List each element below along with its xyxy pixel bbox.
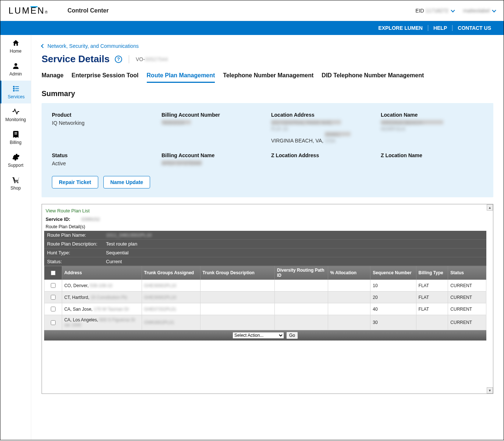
route-plan-meta-panel: Route Plan Name: 1011_04813002PL10 Route… bbox=[44, 231, 486, 266]
activity-icon bbox=[12, 107, 20, 116]
sidebar-item-shop[interactable]: Shop bbox=[0, 172, 31, 195]
nav-contact-us[interactable]: CONTACT US bbox=[452, 25, 496, 31]
page-title: Service Details bbox=[42, 53, 110, 65]
vo-prefix: VO- bbox=[136, 56, 145, 62]
summary-z-location-name: Z Location Name bbox=[381, 152, 483, 167]
cell-sequence: 10 bbox=[370, 280, 416, 292]
scroll-up-button[interactable]: ▲ bbox=[487, 204, 493, 211]
logo-text-2: E bbox=[31, 6, 38, 15]
row-checkbox[interactable] bbox=[51, 295, 56, 300]
route-plan-frame: ▲ ▼ View Route Plan List Service ID: 039… bbox=[42, 204, 493, 394]
sidebar-item-home[interactable]: Home bbox=[0, 35, 31, 58]
eid-label: EID bbox=[415, 8, 424, 14]
cell-trunk: GHE07332PL01 bbox=[142, 303, 200, 315]
nav-help[interactable]: HELP bbox=[428, 25, 452, 31]
cell-trunk: GHE30002PL10 bbox=[142, 280, 200, 292]
sidebar-item-services[interactable]: Services bbox=[0, 81, 31, 103]
col-billing-type[interactable]: Billing Type bbox=[416, 266, 448, 280]
cell-status: CURRENT bbox=[448, 292, 486, 303]
tab-manage[interactable]: Manage bbox=[42, 72, 64, 83]
summary-location-address: Location Address 222 CENTRAL PARK AVE, F… bbox=[271, 112, 373, 144]
cell-trunk-desc bbox=[200, 315, 274, 330]
cell-address: CA, Los Angeles, 600 S Figueroa St ste 1… bbox=[62, 315, 142, 330]
summary-label: Location Name bbox=[381, 112, 483, 118]
col-trunk-groups[interactable]: Trunk Groups Assigned bbox=[142, 266, 200, 280]
eid-value: 11718272 bbox=[426, 8, 448, 14]
action-select[interactable]: Select Action... bbox=[233, 332, 284, 339]
cell-allocation bbox=[328, 292, 370, 303]
col-status[interactable]: Status bbox=[448, 266, 486, 280]
cell-address: CA, San Jose, 170 W Tasman Dr bbox=[62, 303, 142, 315]
cell-diversity bbox=[275, 292, 328, 303]
cell-diversity bbox=[275, 303, 328, 315]
summary-label: Z Location Name bbox=[381, 152, 483, 158]
svg-point-5 bbox=[13, 90, 14, 91]
nav-explore-lumen[interactable]: EXPLORE LUMEN bbox=[373, 25, 428, 31]
tab-enterprise-session-tool[interactable]: Enterprise Session Tool bbox=[72, 72, 139, 83]
user-dropdown[interactable]: matteolabel bbox=[463, 8, 496, 14]
home-icon bbox=[12, 39, 20, 47]
help-icon[interactable]: ? bbox=[115, 56, 122, 63]
tab-did-telephone-number-management[interactable]: DID Telephone Number Management bbox=[322, 72, 424, 83]
repair-ticket-button[interactable]: Repair Ticket bbox=[52, 176, 98, 188]
sidebar-item-label: Billing bbox=[10, 140, 21, 145]
top-nav-bar: EXPLORE LUMEN HELP CONTACT US bbox=[0, 21, 504, 35]
name-update-button[interactable]: Name Update bbox=[103, 176, 150, 188]
summary-value: IQ Networking bbox=[52, 120, 154, 126]
cell-trunk-desc bbox=[200, 292, 274, 303]
sidebar-item-monitoring[interactable]: Monitoring bbox=[0, 103, 31, 126]
cell-trunk-desc bbox=[200, 303, 274, 315]
svg-point-1 bbox=[13, 86, 14, 87]
summary-label: Billing Account Number bbox=[162, 112, 264, 118]
select-all-checkbox[interactable] bbox=[51, 271, 56, 275]
col-trunk-desc[interactable]: Trunk Group Description bbox=[200, 266, 274, 280]
cell-diversity bbox=[275, 315, 328, 330]
service-id: VO-00527544 bbox=[136, 56, 168, 62]
summary-value-line2: VIRGINIA BEACH, VA, 23462, USA bbox=[271, 132, 373, 144]
chevron-left-icon bbox=[41, 44, 45, 48]
billing-icon bbox=[12, 130, 20, 138]
hunt-type-label: Hunt Type: bbox=[44, 248, 103, 257]
route-plan-name-value: 1011_04813002PL10 bbox=[106, 232, 152, 238]
view-route-plan-list-link[interactable]: View Route Plan List bbox=[46, 208, 486, 214]
col-checkbox[interactable] bbox=[45, 266, 62, 280]
summary-label: Billing Account Name bbox=[162, 152, 264, 158]
sidebar-item-support[interactable]: Support bbox=[0, 149, 31, 172]
col-sequence[interactable]: Sequence Number bbox=[370, 266, 416, 280]
sidebar-item-label: Services bbox=[8, 94, 25, 99]
cell-address: CO, Denver, 536-108-10 bbox=[62, 280, 142, 292]
tab-route-plan-management[interactable]: Route Plan Management bbox=[147, 72, 215, 83]
scroll-down-button[interactable]: ▼ bbox=[487, 387, 493, 394]
sidebar-item-label: Support bbox=[8, 163, 23, 168]
breadcrumb[interactable]: Network, Security, and Communications bbox=[42, 43, 493, 49]
go-button[interactable]: Go bbox=[286, 332, 298, 339]
svg-point-3 bbox=[13, 88, 14, 89]
page-title-row: Service Details ? VO-00527544 bbox=[42, 53, 493, 65]
section-title: Summary bbox=[42, 89, 493, 98]
sidebar-item-billing[interactable]: Billing bbox=[0, 126, 31, 149]
row-checkbox[interactable] bbox=[51, 283, 56, 288]
sidebar-item-label: Home bbox=[10, 49, 21, 54]
summary-label: Z Location Address bbox=[271, 152, 373, 158]
sidebar-item-admin[interactable]: Admin bbox=[0, 58, 31, 81]
row-checkbox[interactable] bbox=[51, 307, 56, 311]
summary-product: Product IQ Networking bbox=[52, 112, 154, 144]
col-address[interactable]: Address bbox=[62, 266, 142, 280]
sidebar: Home Admin Services Monitoring Billing S… bbox=[0, 35, 31, 440]
summary-billing-account-number: Billing Account Number 78302024 bbox=[162, 112, 264, 144]
logo-reg: ® bbox=[45, 10, 47, 14]
route-plan-desc-label: Route Plan Description: bbox=[44, 240, 103, 248]
main-content: Network, Security, and Communications Se… bbox=[31, 35, 504, 440]
cell-sequence: 20 bbox=[370, 292, 416, 303]
cell-trunk: GMK0002PL01 bbox=[142, 315, 200, 330]
eid-dropdown[interactable]: EID 11718272 bbox=[415, 8, 454, 14]
brand-logo: LUMEN® bbox=[8, 6, 47, 16]
tab-telephone-number-management[interactable]: Telephone Number Management bbox=[223, 72, 313, 83]
route-plan-status-value: Current bbox=[103, 257, 125, 266]
col-diversity[interactable]: Diversity Routing Path ID bbox=[275, 266, 328, 280]
tabs: Manage Enterprise Session Tool Route Pla… bbox=[42, 72, 493, 83]
col-allocation[interactable]: % Allocation bbox=[328, 266, 370, 280]
table-row: CT, Hartford, 15 Constitution Plz GHE300… bbox=[45, 292, 486, 303]
title-separator bbox=[129, 55, 129, 63]
row-checkbox[interactable] bbox=[51, 320, 56, 325]
